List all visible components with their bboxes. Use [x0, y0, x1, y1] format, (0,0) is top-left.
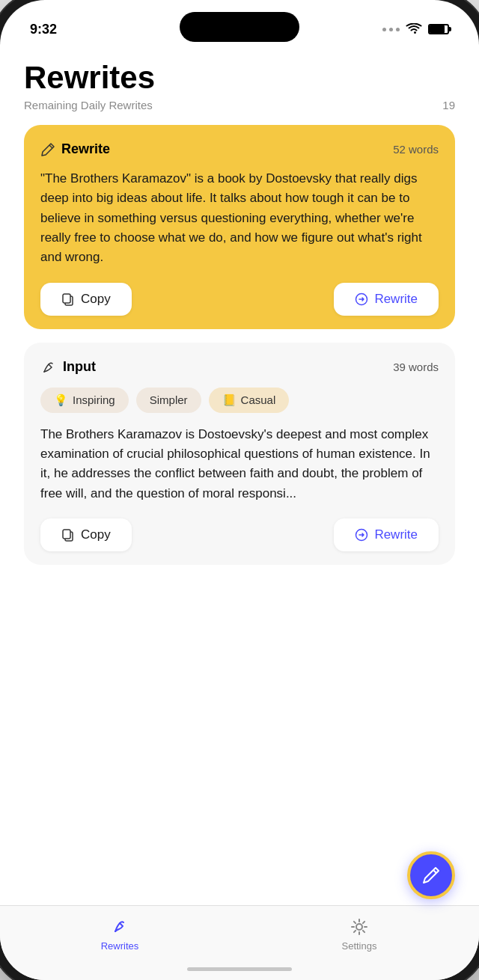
- phone-frame: 9:32 Rewrites Remaining Daily Rewrites: [0, 0, 479, 980]
- input-rewrite-button[interactable]: Rewrite: [334, 518, 439, 551]
- style-pills: 💡 Inspiring Simpler 📒 Casual: [40, 388, 439, 413]
- casual-emoji: 📒: [222, 393, 237, 407]
- status-dots: [382, 28, 400, 31]
- input-word-count: 39 words: [393, 361, 439, 373]
- input-card-buttons: Copy Rewrite: [40, 518, 439, 551]
- input-card-title: Input: [63, 359, 96, 375]
- svg-line-7: [433, 870, 436, 873]
- inspiring-emoji: 💡: [54, 393, 68, 407]
- main-content: Rewrites Remaining Daily Rewrites 19 Rew…: [0, 45, 479, 913]
- home-indicator: [187, 967, 292, 971]
- svg-rect-5: [63, 530, 70, 539]
- rewrite-card-title: Rewrite: [61, 141, 110, 157]
- input-pen-icon: [40, 359, 57, 376]
- remaining-row: Remaining Daily Rewrites 19: [24, 99, 455, 111]
- page-title: Rewrites: [24, 60, 455, 96]
- wifi-icon: [406, 23, 422, 35]
- tab-rewrites[interactable]: Rewrites: [0, 916, 240, 952]
- rewrite-card-header: Rewrite 52 words: [40, 141, 439, 157]
- input-card-text: The Brothers Karamazov is Dostoevsky's d…: [40, 425, 439, 503]
- copy-icon: [61, 293, 75, 306]
- rewrite-rewrite-button[interactable]: Rewrite: [334, 283, 439, 316]
- rewrite-copy-button[interactable]: Copy: [40, 283, 132, 316]
- svg-line-0: [49, 145, 52, 148]
- simpler-label: Simpler: [150, 393, 188, 406]
- settings-tab-icon: [349, 916, 370, 937]
- remaining-label: Remaining Daily Rewrites: [24, 99, 153, 111]
- rewrite-word-count: 52 words: [393, 143, 439, 156]
- svg-point-8: [356, 924, 362, 930]
- dynamic-island: [180, 12, 299, 42]
- input-card: Input 39 words 💡 Inspiring Simpler 📒 Cas…: [24, 343, 455, 565]
- pill-inspiring[interactable]: 💡 Inspiring: [40, 388, 129, 413]
- svg-rect-2: [63, 294, 70, 303]
- rewrite-pen-icon: [40, 142, 55, 157]
- remaining-count: 19: [442, 99, 455, 111]
- status-icons: [382, 23, 449, 35]
- tab-settings-label: Settings: [342, 940, 377, 952]
- pill-casual[interactable]: 📒 Casual: [209, 388, 290, 413]
- inspiring-label: Inspiring: [73, 393, 115, 406]
- battery-icon: [428, 24, 449, 34]
- fab-edit-button[interactable]: [407, 851, 455, 899]
- input-card-header: Input 39 words: [40, 359, 439, 376]
- rewrite-circle-icon-2: [355, 528, 368, 542]
- fab-pen-icon: [421, 865, 442, 886]
- input-card-title-row: Input: [40, 359, 96, 376]
- status-time: 9:32: [30, 22, 57, 37]
- copy-icon-2: [61, 528, 75, 542]
- rewrite-card: Rewrite 52 words "The Brothers Karamazov…: [24, 125, 455, 329]
- rewrite-card-buttons: Copy Rewrite: [40, 283, 439, 316]
- casual-label: Casual: [241, 393, 276, 406]
- rewrite-circle-icon: [355, 293, 368, 306]
- rewrite-card-text: "The Brothers Karamazov" is a book by Do…: [40, 169, 439, 268]
- tab-settings[interactable]: Settings: [240, 916, 479, 952]
- rewrites-tab-icon: [109, 916, 130, 937]
- rewrite-card-title-row: Rewrite: [40, 141, 110, 157]
- input-copy-button[interactable]: Copy: [40, 518, 132, 551]
- pill-simpler[interactable]: Simpler: [136, 388, 201, 413]
- tab-rewrites-label: Rewrites: [101, 940, 139, 952]
